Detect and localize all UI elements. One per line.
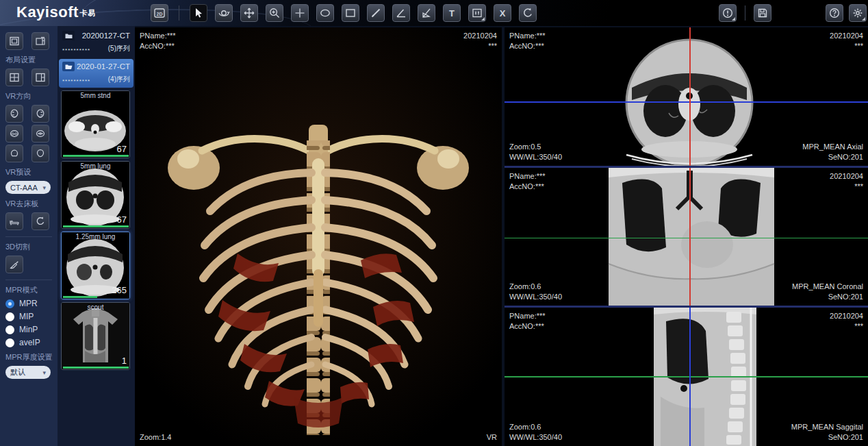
sagittal-pname: PName:*** [509, 311, 546, 321]
axial-overlay-patient: PName:*** AccNO:*** [509, 31, 546, 51]
study-item-selected[interactable]: 2020-01-27-CT ********** (4)序列 [59, 59, 133, 88]
vr-head-inferior-button[interactable] [31, 125, 49, 143]
vr-overlay-mode: VR [487, 432, 497, 443]
top-bar: Kayisoft卡易 2D [0, 0, 868, 26]
mpr-axial-viewport[interactable]: PName:*** AccNO:*** 20210204 *** Zoom:0.… [505, 27, 868, 166]
sagittal-crosshair-vertical[interactable] [689, 308, 691, 446]
toolbar-right-group [719, 4, 771, 22]
svg-text:2D: 2D [157, 12, 163, 16]
help-button[interactable] [826, 4, 843, 22]
ellipse-icon [319, 7, 331, 19]
layout-2x2-button[interactable] [5, 69, 23, 86]
study-series-count: (5)序列 [108, 44, 130, 53]
coronal-crosshair-horizontal[interactable] [505, 238, 868, 239]
head-anterior-right-icon [35, 108, 46, 119]
mpr-mode-option-mpr[interactable]: MPR [5, 299, 58, 308]
series-thumbnail-5mm-lung[interactable]: 5mm lung 67 [61, 161, 130, 229]
axial-overlay-study: 20210204 *** [830, 31, 863, 51]
text-tool-button[interactable]: T [443, 4, 461, 22]
thumbnail-progress-bar [63, 155, 129, 157]
mpr-thickness-select[interactable]: 默认 ▾ [5, 366, 51, 379]
report-button[interactable] [719, 4, 737, 22]
layout-custom-button[interactable] [31, 32, 49, 50]
thumbnail-image-count: 67 [117, 144, 127, 154]
axial-seno: SeNO:201 [802, 152, 863, 162]
coronal-pname: PName:*** [509, 171, 546, 182]
cobb-angle-tool-button[interactable] [418, 4, 435, 22]
angle-tool-button[interactable] [392, 4, 410, 22]
radio-icon[interactable] [5, 325, 14, 334]
mpr-mode-option-minp[interactable]: MinP [5, 325, 58, 334]
head-frontal-icon [35, 148, 46, 159]
thumbnail-label: 5mm stnd [62, 92, 129, 99]
axial-crosshair-vertical[interactable] [689, 27, 691, 166]
vr-head-superior-button[interactable] [5, 125, 23, 143]
vr-preset-select[interactable]: CT-AAA ▾ [5, 181, 51, 194]
rectangle-icon [344, 7, 357, 19]
vr-overlay-zoom: Zoom:1.4 [140, 432, 171, 443]
radio-icon[interactable] [5, 338, 14, 347]
mpr-thickness-label: MPR厚度设置 [5, 352, 58, 362]
axial-overlay-zoom: Zoom:0.5 WW/WL:350/40 [509, 142, 562, 162]
series-thumbnail-5mm-stnd[interactable]: 5mm stnd 67 [61, 90, 130, 158]
coronal-crosshair-vertical[interactable] [689, 168, 691, 306]
mpr-mode-option-aveip[interactable]: aveIP [5, 338, 58, 347]
axial-crosshair-horizontal[interactable] [505, 101, 868, 103]
series-thumbnail-scout[interactable]: scout 1 [61, 302, 130, 370]
bed-reset-button[interactable] [31, 212, 49, 230]
layout-2d-button[interactable]: 2D [151, 4, 168, 22]
bed-icon [9, 216, 20, 227]
save-button[interactable] [754, 4, 771, 22]
settings-button[interactable] [849, 4, 867, 22]
rotate-3d-tool-button[interactable] [215, 4, 233, 22]
logo-text: Kayisoft [16, 3, 79, 21]
delete-tool-icon: X [500, 8, 506, 18]
mpr-sagittal-viewport[interactable]: PName:*** AccNO:*** 20210204 *** Zoom:0.… [505, 308, 868, 446]
head-posterior-icon [9, 148, 20, 159]
ellipse-tool-button[interactable] [316, 4, 334, 22]
layout-2x2-icon [9, 72, 20, 83]
pan-tool-button[interactable] [240, 4, 258, 22]
thumbnail-label: scout [62, 303, 129, 311]
mpr-mode-option-mip[interactable]: MIP [5, 312, 58, 321]
delete-tool-button[interactable]: X [494, 4, 511, 22]
sagittal-crosshair-horizontal[interactable] [505, 376, 868, 377]
vr-head-posterior-button[interactable] [5, 145, 23, 162]
window-level-tool-button[interactable] [468, 4, 486, 22]
vr-accno: AccNO:*** [140, 41, 176, 51]
reset-icon [522, 7, 534, 19]
radio-icon[interactable] [5, 312, 14, 321]
coronal-study-date: 20210204 [830, 171, 863, 182]
coronal-overlay-study: 20210204 *** [830, 171, 863, 192]
left-sidebar: 布局设置 VR方向 VR预设 CT-AAA ▾ [0, 26, 58, 446]
vr-overlay-study: 20210204 *** [463, 31, 497, 51]
scalpel-button[interactable] [5, 256, 23, 273]
folder-open-icon [62, 62, 75, 71]
study-title: 20200127-CT [82, 32, 130, 40]
axial-overlay-series: MPR_MEAN Axial SeNO:201 [802, 142, 863, 162]
remove-bed-button[interactable] [5, 212, 23, 230]
vr-viewport[interactable]: PName:*** AccNO:*** 20210204 *** Zoom:1.… [135, 27, 502, 446]
series-thumbnail-1-25mm-lung[interactable]: 1.25mm lung 265 [61, 232, 130, 299]
reset-tool-button[interactable] [519, 4, 537, 22]
radio-selected-icon[interactable] [5, 299, 14, 308]
layout-1-2-button[interactable] [31, 69, 49, 86]
sagittal-overlay-patient: PName:*** AccNO:*** [509, 311, 546, 332]
mpr-coronal-viewport[interactable]: PName:*** AccNO:*** 20210204 *** Zoom:0.… [505, 168, 868, 306]
sagittal-series-label: MPR_MEAN Saggital [791, 422, 863, 432]
layout-single-button[interactable] [5, 32, 23, 50]
zoom-in-tool-button[interactable] [266, 4, 283, 22]
vr-head-frontal-button[interactable] [31, 145, 49, 162]
vr-head-anterior-left-button[interactable] [5, 105, 23, 123]
vr-head-anterior-right-button[interactable] [31, 105, 49, 123]
cursor-tool-button[interactable] [190, 4, 207, 22]
vr-remove-bed-label: VR去床板 [5, 199, 58, 209]
layout-2d-icon: 2D [153, 7, 166, 19]
crosshair-tool-button[interactable] [291, 4, 309, 22]
vr-preset-label: VR预设 [5, 167, 58, 177]
study-patient-masked: ********** [62, 78, 90, 84]
rectangle-tool-button[interactable] [342, 4, 359, 22]
study-item[interactable]: 20200127-CT ********** (5)序列 [59, 28, 133, 57]
line-tool-button[interactable] [367, 4, 385, 22]
sagittal-wwwl-value: WW/WL:350/40 [509, 432, 562, 443]
